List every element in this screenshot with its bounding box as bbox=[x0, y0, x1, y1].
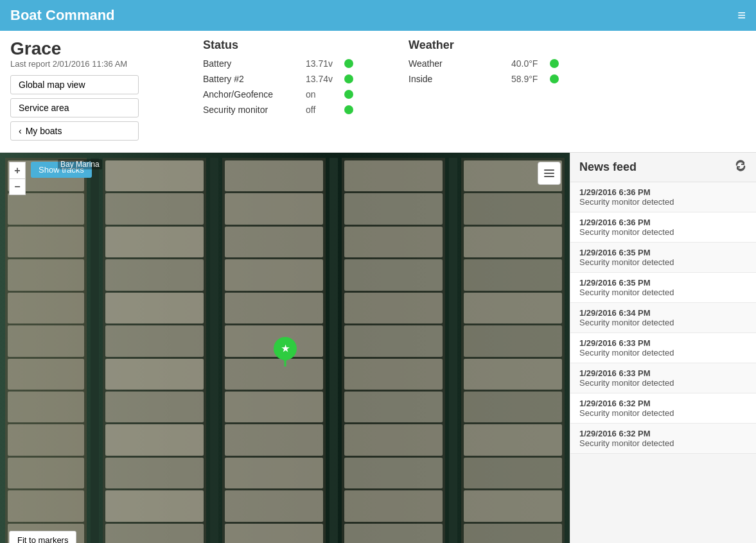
news-feed-item[interactable]: 1/29/2016 6:36 PM Security monitor detec… bbox=[570, 212, 756, 243]
hamburger-menu-icon[interactable]: ≡ bbox=[737, 7, 746, 24]
svg-rect-1 bbox=[544, 173, 554, 174]
fit-markers-button[interactable]: Fit to markers bbox=[9, 531, 76, 543]
status-section: Status Battery 13.71v Battery #2 13.74v … bbox=[190, 39, 396, 120]
news-item-description: Security monitor detected bbox=[579, 197, 747, 207]
map-area[interactable]: + − Show tracks Bay Marina ★ Fit to m bbox=[0, 153, 570, 543]
status-title: Status bbox=[203, 39, 383, 52]
news-item-description: Security monitor detected bbox=[579, 318, 747, 327]
status-indicator bbox=[344, 105, 353, 114]
news-item-date: 1/29/2016 6:33 PM bbox=[579, 338, 747, 348]
news-item-description: Security monitor detected bbox=[579, 227, 747, 237]
news-feed-item[interactable]: 1/29/2016 6:33 PM Security monitor detec… bbox=[570, 363, 756, 393]
status-row: Anchor/Geofence on bbox=[203, 89, 383, 99]
news-item-description: Security monitor detected bbox=[579, 288, 747, 297]
weather-value: 40.0°F bbox=[511, 58, 550, 69]
last-report-time: Last report 2/01/2016 11:36 AM bbox=[10, 59, 190, 69]
news-item-date: 1/29/2016 6:32 PM bbox=[579, 399, 747, 408]
weather-row: Inside 58.9°F bbox=[409, 74, 576, 84]
zoom-out-button[interactable]: − bbox=[9, 178, 26, 195]
news-item-date: 1/29/2016 6:36 PM bbox=[579, 218, 747, 227]
news-item-date: 1/29/2016 6:33 PM bbox=[579, 368, 747, 378]
svg-rect-0 bbox=[544, 169, 554, 171]
refresh-icon[interactable] bbox=[734, 159, 747, 175]
status-label: Battery #2 bbox=[203, 74, 306, 84]
status-value: 13.71v bbox=[306, 58, 344, 69]
zoom-in-button[interactable]: + bbox=[9, 162, 26, 178]
status-value: 13.74v bbox=[306, 74, 344, 84]
news-feed-item[interactable]: 1/29/2016 6:35 PM Security monitor detec… bbox=[570, 273, 756, 303]
news-feed-item[interactable]: 1/29/2016 6:32 PM Security monitor detec… bbox=[570, 424, 756, 454]
boat-location-pin[interactable]: ★ bbox=[274, 337, 297, 372]
status-row: Battery 13.71v bbox=[203, 58, 383, 69]
news-feed-header: News feed bbox=[570, 153, 756, 182]
status-rows: Battery 13.71v Battery #2 13.74v Anchor/… bbox=[203, 58, 383, 115]
news-item-description: Security monitor detected bbox=[579, 438, 747, 448]
news-item-date: 1/29/2016 6:35 PM bbox=[579, 278, 747, 288]
news-item-description: Security monitor detected bbox=[579, 408, 747, 418]
weather-title: Weather bbox=[409, 39, 576, 52]
weather-section: Weather Weather 40.0°F Inside 58.9°F bbox=[396, 39, 588, 89]
news-feed-item[interactable]: 1/29/2016 6:35 PM Security monitor detec… bbox=[570, 243, 756, 273]
news-feed-item[interactable]: 1/29/2016 6:36 PM Security monitor detec… bbox=[570, 182, 756, 212]
news-item-description: Security monitor detected bbox=[579, 257, 747, 267]
layer-toggle-button[interactable] bbox=[538, 162, 561, 185]
layers-icon bbox=[543, 167, 556, 180]
news-feed-item[interactable]: 1/29/2016 6:33 PM Security monitor detec… bbox=[570, 333, 756, 363]
news-feed-item[interactable]: 1/29/2016 6:32 PM Security monitor detec… bbox=[570, 393, 756, 424]
weather-indicator bbox=[550, 74, 559, 83]
news-item-date: 1/29/2016 6:35 PM bbox=[579, 248, 747, 257]
svg-rect-2 bbox=[544, 176, 554, 177]
boat-name: Grace bbox=[10, 39, 190, 59]
zoom-controls: + − bbox=[9, 162, 26, 195]
status-indicator bbox=[344, 59, 353, 68]
news-item-description: Security monitor detected bbox=[579, 348, 747, 358]
status-row: Security monitor off bbox=[203, 105, 383, 115]
refresh-icon-svg bbox=[734, 159, 747, 172]
global-map-view-button[interactable]: Global map view bbox=[10, 75, 139, 94]
weather-label: Inside bbox=[409, 74, 511, 84]
status-row: Battery #2 13.74v bbox=[203, 74, 383, 84]
map-pin-icon: ★ bbox=[274, 337, 297, 366]
status-indicator bbox=[344, 90, 353, 99]
top-panel: Grace Last report 2/01/2016 11:36 AM Glo… bbox=[0, 31, 756, 153]
weather-value: 58.9°F bbox=[511, 74, 550, 84]
status-label: Security monitor bbox=[203, 105, 306, 115]
news-feed-item[interactable]: 1/29/2016 6:34 PM Security monitor detec… bbox=[570, 303, 756, 333]
weather-row: Weather 40.0°F bbox=[409, 58, 576, 69]
weather-label: Weather bbox=[409, 58, 511, 69]
news-feed-title: News feed bbox=[579, 160, 637, 174]
news-item-description: Security monitor detected bbox=[579, 378, 747, 388]
news-item-date: 1/29/2016 6:32 PM bbox=[579, 429, 747, 438]
boat-info-section: Grace Last report 2/01/2016 11:36 AM Glo… bbox=[10, 39, 190, 144]
weather-indicator bbox=[550, 59, 559, 68]
status-label: Battery bbox=[203, 58, 306, 69]
status-indicator bbox=[344, 74, 353, 83]
svg-text:★: ★ bbox=[281, 343, 289, 354]
service-area-button[interactable]: Service area bbox=[10, 98, 139, 117]
news-feed-list: 1/29/2016 6:36 PM Security monitor detec… bbox=[570, 182, 756, 543]
news-item-date: 1/29/2016 6:36 PM bbox=[579, 187, 747, 197]
weather-rows: Weather 40.0°F Inside 58.9°F bbox=[409, 58, 576, 84]
status-value: off bbox=[306, 105, 344, 115]
status-value: on bbox=[306, 89, 344, 99]
back-chevron-icon: ‹ bbox=[19, 126, 22, 136]
my-boats-button[interactable]: ‹ My boats bbox=[10, 121, 139, 141]
app-title: Boat Command bbox=[10, 7, 115, 24]
marina-label: Bay Marina bbox=[58, 159, 102, 169]
news-item-date: 1/29/2016 6:34 PM bbox=[579, 308, 747, 318]
app-header: Boat Command ≡ bbox=[0, 0, 756, 31]
news-feed-panel: News feed 1/29/2016 6:36 PM Security mon… bbox=[570, 153, 756, 543]
main-content: + − Show tracks Bay Marina ★ Fit to m bbox=[0, 153, 756, 543]
status-label: Anchor/Geofence bbox=[203, 89, 306, 99]
